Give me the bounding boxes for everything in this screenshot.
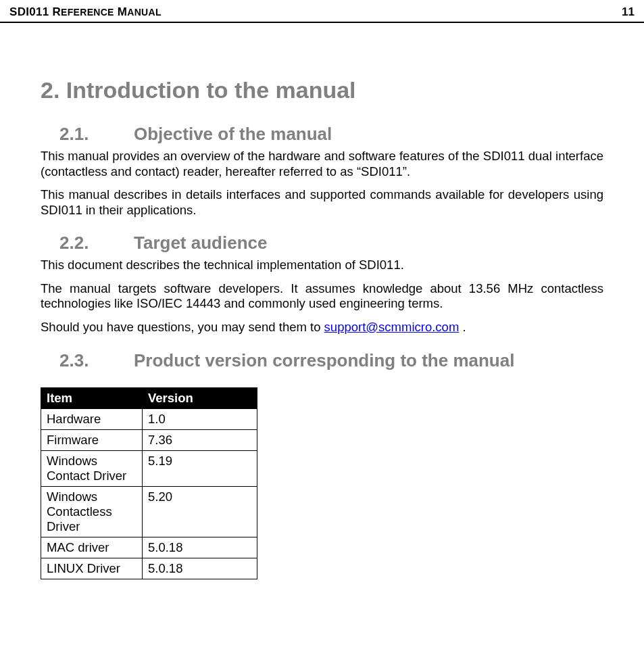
table-header-item: Item <box>41 387 143 408</box>
text-before-link: Should you have questions, you may send … <box>41 320 324 334</box>
section-2-2-heading: 2.2.Target audience <box>41 233 603 254</box>
section-title: Product version corresponding to the man… <box>134 350 514 370</box>
table-cell-item: Windows Contactless Driver <box>41 486 143 537</box>
header-title: SDI011 REFERENCE MANUAL <box>9 5 162 19</box>
table-cell-version: 5.20 <box>143 486 257 537</box>
header-title-part3: M <box>114 5 127 18</box>
page-number: 11 <box>622 5 635 19</box>
paragraph: This manual describes in details interfa… <box>41 187 603 218</box>
table-row: Windows Contactless Driver 5.20 <box>41 486 257 537</box>
section-number: 2.3. <box>59 350 134 371</box>
chapter-heading: 2. Introduction to the manual <box>41 77 603 103</box>
paragraph: This document describes the technical im… <box>41 258 603 273</box>
table-row: Firmware 7.36 <box>41 429 257 450</box>
table-cell-version: 7.36 <box>143 429 257 450</box>
table-row: MAC driver 5.0.18 <box>41 537 257 558</box>
table-cell-item: Hardware <box>41 408 143 429</box>
table-cell-item: Windows Contact Driver <box>41 450 143 486</box>
paragraph: Should you have questions, you may send … <box>41 320 603 335</box>
page-content: 2. Introduction to the manual 2.1.Object… <box>0 77 644 579</box>
section-2-3-heading: 2.3.Product version corresponding to the… <box>41 350 603 371</box>
table-row: Hardware 1.0 <box>41 408 257 429</box>
version-table: Item Version Hardware 1.0 Firmware 7.36 … <box>41 387 257 579</box>
table-cell-version: 5.19 <box>143 450 257 486</box>
paragraph: The manual targets software developers. … <box>41 281 603 312</box>
table-cell-item: Firmware <box>41 429 143 450</box>
table-cell-version: 5.0.18 <box>143 558 257 579</box>
table-header-row: Item Version <box>41 387 257 408</box>
paragraph: This manual provides an overview of the … <box>41 149 603 179</box>
section-2-1-heading: 2.1.Objective of the manual <box>41 124 603 145</box>
header-title-part1: SDI011 R <box>9 5 61 18</box>
section-title: Target audience <box>134 233 267 253</box>
table-cell-item: MAC driver <box>41 537 143 558</box>
table-row: Windows Contact Driver 5.19 <box>41 450 257 486</box>
text-after-link: . <box>459 320 466 334</box>
section-number: 2.1. <box>59 124 134 145</box>
header-title-part2: EFERENCE <box>61 7 114 18</box>
header-title-part4: ANUAL <box>127 7 162 18</box>
table-row: LINUX Driver 5.0.18 <box>41 558 257 579</box>
table-cell-item: LINUX Driver <box>41 558 143 579</box>
section-title: Objective of the manual <box>134 124 332 144</box>
table-header-version: Version <box>143 387 257 408</box>
page-header: SDI011 REFERENCE MANUAL 11 <box>0 0 644 23</box>
table-cell-version: 1.0 <box>143 408 257 429</box>
table-cell-version: 5.0.18 <box>143 537 257 558</box>
section-number: 2.2. <box>59 233 134 254</box>
support-email-link[interactable]: support@scmmicro.com <box>324 320 460 334</box>
